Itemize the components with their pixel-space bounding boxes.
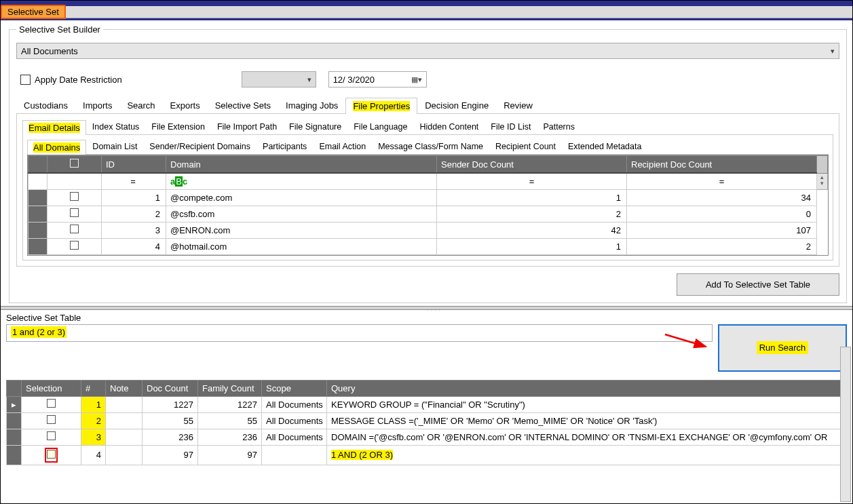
domain-row[interactable]: 3@ENRON.com42107 [29,222,828,238]
run-search-button[interactable]: Run Search [718,324,847,372]
calendar-dropdown-icon: ▦▾ [411,75,422,84]
tab-file-properties[interactable]: File Properties [345,98,417,114]
date-from-combo[interactable]: ▾ [242,71,316,88]
subtab2-all-domains[interactable]: All Domains [27,140,86,155]
add-to-selective-set-table-button[interactable]: Add To Selective Set Table [677,273,839,296]
builder-tabs: CustodiansImportsSearchExportsSelective … [16,97,839,114]
domain-grid-recipient-header[interactable]: Recipient Doc Count [627,156,817,174]
domain-grid-check-header[interactable] [48,156,102,174]
email-details-subtabs: All DomainsDomain ListSender/Recipient D… [27,139,829,155]
subtab-hidden-content[interactable]: Hidden Content [413,119,485,134]
subtab2-email-action[interactable]: Email Action [313,139,372,154]
subtab-file-import-path[interactable]: File Import Path [211,119,283,134]
subtab-patterns[interactable]: Patterns [537,119,581,134]
subtab-file-extension[interactable]: File Extension [145,119,211,134]
subtab-file-id-list[interactable]: File ID List [485,119,537,134]
results-rowsel-header [7,380,22,396]
selective-set-builder-group: Selective Set Builder All Documents ▾ Ap… [9,24,847,303]
tab-exports[interactable]: Exports [163,97,208,113]
builder-legend: Selective Set Builder [16,24,103,35]
domain-grid-rowsel-header [29,156,48,174]
results-famcount-header[interactable]: Family Count [198,380,262,396]
results-row[interactable]: ▸112271227All DocumentsKEYWORD GROUP = (… [7,396,846,412]
subtab2-message-class-form-name[interactable]: Message Class/Form Name [372,139,489,154]
query-expression-input[interactable]: 1 and (2 or 3) [6,324,713,342]
file-properties-subtabs: Email DetailsIndex StatusFile ExtensionF… [22,119,833,135]
subtab2-domain-list[interactable]: Domain List [86,139,143,154]
subtab2-extended-metadata[interactable]: Extended Metadata [562,139,647,154]
subtab-file-language[interactable]: File Language [347,119,413,134]
domain-row[interactable]: 2@csfb.com20 [29,206,828,222]
tab-custodians[interactable]: Custodians [16,97,75,113]
chevron-down-icon: ▾ [831,47,835,56]
sender-filter[interactable]: = [437,173,627,189]
subtab2-sender-recipient-domains[interactable]: Sender/Recipient Domains [143,139,257,154]
page-vertical-scrollbar[interactable] [840,347,851,502]
results-doccount-header[interactable]: Doc Count [143,380,198,396]
recipient-filter[interactable]: = [627,173,817,189]
results-index-header[interactable]: # [81,380,106,396]
domain-grid-domain-header[interactable]: Domain [166,156,437,174]
domain-filter[interactable]: aBc [166,173,437,189]
subtab-file-signature[interactable]: File Signature [283,119,347,134]
results-row[interactable]: 497971 AND (2 OR 3) [7,445,846,465]
date-to-combo[interactable]: 12/ 3/2020 ▦▾ [328,71,427,88]
tab-selective-sets[interactable]: Selective Sets [208,97,278,113]
id-filter[interactable]: = [102,173,166,189]
domain-grid-sender-header[interactable]: Sender Doc Count [437,156,627,174]
subtab-index-status[interactable]: Index Status [86,119,146,134]
results-scope-header[interactable]: Scope [262,380,327,396]
all-documents-combo[interactable]: All Documents ▾ [16,43,839,59]
subtab2-recipient-count[interactable]: Recipient Count [489,139,562,154]
filter-icon: ♡ [29,173,48,189]
tab-decision-engine[interactable]: Decision Engine [417,97,496,113]
tab-search[interactable]: Search [119,97,162,113]
results-row[interactable]: 25555All DocumentsMESSAGE CLASS =('_MIME… [7,412,846,429]
domain-grid-id-header[interactable]: ID [102,156,166,174]
window-tab-selective-set[interactable]: Selective Set [1,5,66,19]
subtab-email-details[interactable]: Email Details [22,120,86,135]
domain-row[interactable]: 4@hotmail.com12 [29,238,828,254]
results-note-header[interactable]: Note [106,380,143,396]
results-row[interactable]: 3236236All DocumentsDOMAIN =('@csfb.com'… [7,429,846,445]
domain-row[interactable]: 1@compete.com134 [29,189,828,206]
results-selection-header[interactable]: Selection [22,380,81,396]
domain-grid-scrollbar[interactable]: ▴ ▾ [817,173,828,189]
selective-set-table-label: Selective Set Table [6,313,847,323]
subtab2-participants[interactable]: Participants [257,139,313,154]
tab-imports[interactable]: Imports [75,97,119,113]
apply-date-restriction-check[interactable]: Apply Date Restriction [20,75,122,85]
domain-grid-scroll-header [817,156,828,174]
tab-imaging-jobs[interactable]: Imaging Jobs [278,97,345,113]
results-query-header[interactable]: Query [327,380,846,396]
tab-review[interactable]: Review [496,97,540,113]
